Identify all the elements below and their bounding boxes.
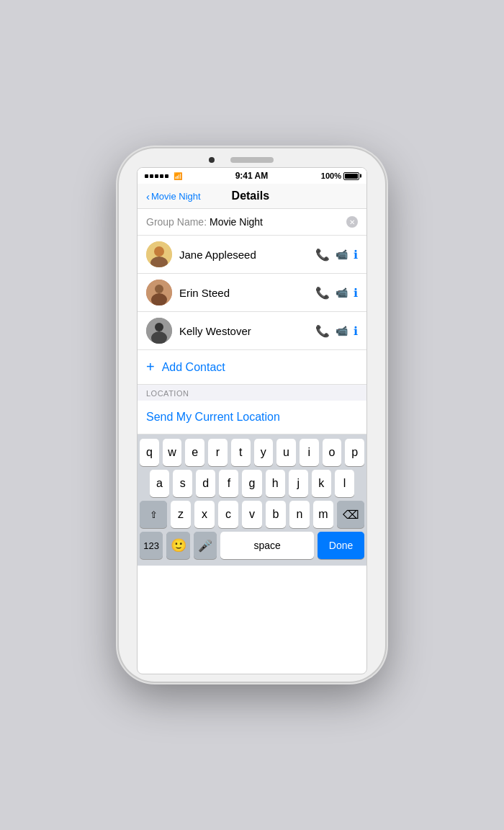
- key-a[interactable]: a: [150, 470, 169, 497]
- nav-title: Details: [232, 189, 269, 202]
- key-d[interactable]: d: [196, 470, 215, 497]
- key-w[interactable]: w: [163, 439, 182, 466]
- battery-icon: [343, 172, 359, 180]
- front-camera: [209, 157, 215, 163]
- group-name-label: Group Name:: [146, 216, 207, 228]
- video-icon-jane[interactable]: 📹: [336, 249, 348, 260]
- key-m[interactable]: m: [313, 501, 333, 528]
- avatar-kelly: [146, 318, 172, 344]
- avatar-jane-image: [146, 241, 172, 267]
- wifi-icon: 📶: [174, 172, 182, 180]
- key-x[interactable]: x: [194, 501, 215, 528]
- add-contact-row[interactable]: + Add Contact: [138, 350, 366, 385]
- key-v[interactable]: v: [242, 501, 262, 528]
- battery-percent: 100%: [321, 171, 341, 180]
- location-section-header: LOCATION: [138, 385, 366, 401]
- keyboard-row-1: q w e r t y u i o p: [140, 439, 364, 466]
- add-plus-icon: +: [146, 359, 155, 375]
- key-s[interactable]: s: [173, 470, 192, 497]
- add-contact-label: Add Contact: [162, 361, 225, 374]
- avatar-kelly-image: [146, 318, 172, 344]
- contact-row: Jane Appleseed 📞 📹 ℹ: [138, 236, 366, 274]
- contact-name-jane: Jane Appleseed: [179, 249, 315, 261]
- group-name-row: Group Name: ✕: [138, 209, 366, 236]
- keyboard-row-4: 123 🙂 🎤 space Done: [140, 532, 364, 559]
- status-left: 📶: [145, 172, 182, 180]
- info-icon-jane[interactable]: ℹ: [354, 248, 358, 262]
- contact-row-erin: Erin Steed 📞 📹 ℹ: [138, 274, 366, 312]
- key-o[interactable]: o: [323, 439, 342, 466]
- contact-row-kelly: Kelly Westover 📞 📹 ℹ: [138, 312, 366, 350]
- back-label: Movie Night: [151, 191, 201, 202]
- phone-icon-kelly[interactable]: 📞: [315, 324, 330, 338]
- key-j[interactable]: j: [289, 470, 308, 497]
- status-right: 100%: [321, 171, 359, 180]
- key-b[interactable]: b: [266, 501, 286, 528]
- info-icon-kelly[interactable]: ℹ: [354, 324, 358, 338]
- phone-icon-erin[interactable]: 📞: [315, 286, 330, 300]
- key-u[interactable]: u: [276, 439, 296, 466]
- send-location-row[interactable]: Send My Current Location: [138, 401, 366, 434]
- avatar-jane: [146, 241, 172, 267]
- send-location-label: Send My Current Location: [146, 411, 280, 423]
- key-q[interactable]: q: [140, 439, 159, 466]
- avatar-erin-image: [146, 280, 172, 305]
- key-e[interactable]: e: [185, 439, 204, 466]
- done-key[interactable]: Done: [318, 532, 364, 559]
- key-p[interactable]: p: [345, 439, 364, 466]
- video-icon-erin[interactable]: 📹: [336, 287, 348, 298]
- clear-button[interactable]: ✕: [346, 216, 358, 228]
- key-t[interactable]: t: [231, 439, 251, 466]
- screen: 📶 9:41 AM 100% ‹ Movie Night Details: [137, 167, 367, 674]
- contact-name-kelly: Kelly Westover: [179, 325, 315, 337]
- info-icon-erin[interactable]: ℹ: [354, 286, 358, 300]
- avatar-erin: [146, 280, 172, 305]
- key-i[interactable]: i: [300, 439, 319, 466]
- keyboard-row-2: a s d f g h j k l: [140, 470, 364, 497]
- speaker: [230, 157, 274, 163]
- svg-point-4: [155, 285, 163, 293]
- key-l[interactable]: l: [335, 470, 354, 497]
- status-bar: 📶 9:41 AM 100%: [138, 168, 366, 184]
- contact-icons-kelly: 📞 📹 ℹ: [315, 324, 358, 338]
- mic-key[interactable]: 🎤: [194, 532, 217, 559]
- space-key[interactable]: space: [220, 532, 314, 559]
- key-r[interactable]: r: [208, 439, 228, 466]
- key-h[interactable]: h: [266, 470, 285, 497]
- num-key[interactable]: 123: [140, 532, 163, 559]
- key-c[interactable]: c: [218, 501, 238, 528]
- keyboard-row-3: ⇧ z x c v b n m ⌫: [140, 501, 364, 528]
- contact-icons-erin: 📞 📹 ℹ: [315, 286, 358, 300]
- phone-icon-jane[interactable]: 📞: [315, 248, 330, 262]
- key-y[interactable]: y: [254, 439, 274, 466]
- key-z[interactable]: z: [171, 501, 191, 528]
- nav-bar: ‹ Movie Night Details: [138, 184, 366, 209]
- battery-fill: [345, 174, 358, 179]
- signal-dots: [145, 174, 168, 178]
- key-k[interactable]: k: [312, 470, 331, 497]
- contact-name-erin: Erin Steed: [179, 287, 315, 299]
- video-icon-kelly[interactable]: 📹: [336, 325, 348, 336]
- key-n[interactable]: n: [289, 501, 310, 528]
- delete-key[interactable]: ⌫: [337, 501, 364, 528]
- contact-icons-jane: 📞 📹 ℹ: [315, 248, 358, 262]
- phone-frame: 📶 9:41 AM 100% ‹ Movie Night Details: [119, 148, 385, 682]
- shift-key[interactable]: ⇧: [140, 501, 167, 528]
- back-arrow-icon: ‹: [146, 190, 150, 202]
- key-g[interactable]: g: [242, 470, 261, 497]
- group-name-input[interactable]: [210, 216, 346, 228]
- svg-point-7: [155, 323, 163, 331]
- content: Group Name: ✕ Jane Appleseed 📞 📹: [138, 209, 366, 674]
- back-button[interactable]: ‹ Movie Night: [146, 190, 201, 202]
- svg-point-1: [154, 246, 164, 256]
- phone-top-bar: [126, 157, 378, 163]
- emoji-key[interactable]: 🙂: [166, 532, 189, 559]
- keyboard: q w e r t y u i o p a s d f g: [138, 434, 366, 566]
- key-f[interactable]: f: [219, 470, 238, 497]
- status-time: 9:41 AM: [235, 171, 269, 181]
